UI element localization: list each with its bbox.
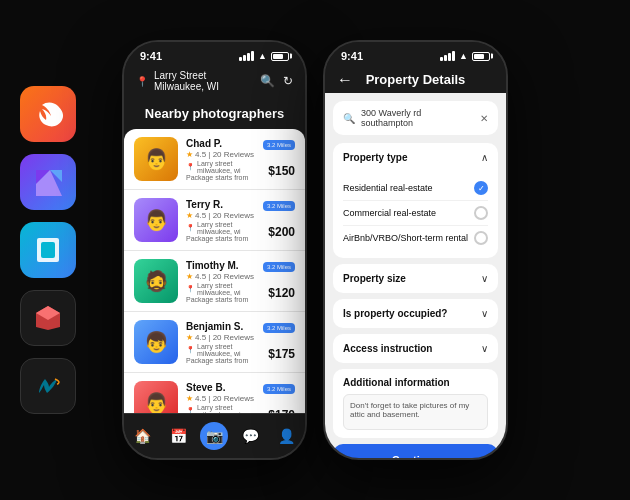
photographer-location: 📍 Larry street milwaukee, wi	[186, 404, 255, 414]
search-bar[interactable]: 🔍 300 Waverly rd southampton ✕	[333, 101, 498, 135]
photographer-price: $120	[268, 286, 295, 300]
radio-circle[interactable]	[474, 181, 488, 195]
photographer-name: Benjamin S.	[186, 321, 255, 332]
radio-option[interactable]: Commercial real-estate	[343, 201, 488, 226]
photographer-rating: ★ 4.5 | 20 Reviews	[186, 333, 255, 342]
radio-circle[interactable]	[474, 231, 488, 245]
phone2-content: 🔍 300 Waverly rd southampton ✕ Property …	[325, 93, 506, 458]
signal-icon	[239, 51, 254, 61]
additional-info-section: Additional information Don't forget to t…	[333, 369, 498, 438]
avatar: 👨	[134, 137, 178, 181]
phone2: 9:41 ▲ ← Property Details	[323, 40, 508, 460]
list-item[interactable]: 👨 Steve B. ★ 4.5 | 20 Reviews 📍 Larry st…	[124, 373, 305, 413]
chevron-down-icon: ∨	[481, 343, 488, 354]
access-instruction-header[interactable]: Access instruction ∨	[333, 334, 498, 363]
photographer-info: Terry R. ★ 4.5 | 20 Reviews 📍 Larry stre…	[186, 199, 255, 242]
location-pin-icon: 📍	[136, 76, 148, 87]
additional-info-text[interactable]: Don't forget to take pictures of my atti…	[343, 394, 488, 430]
is-occupied-header[interactable]: Is property occupied? ∨	[333, 299, 498, 328]
photographer-location: 📍 Larry street milwaukee, wi	[186, 160, 255, 174]
star-icon: ★	[186, 272, 193, 281]
phone2-status-icons: ▲	[440, 51, 490, 61]
photographer-info: Benjamin S. ★ 4.5 | 20 Reviews 📍 Larry s…	[186, 321, 255, 364]
avatar: 👨	[134, 381, 178, 413]
swift-icon[interactable]	[20, 86, 76, 142]
location-pin-icon: 📍	[186, 285, 195, 293]
phone1-time: 9:41	[140, 50, 162, 62]
phone2-title: Property Details	[366, 72, 466, 87]
search-clear-icon[interactable]: ✕	[480, 113, 488, 124]
nav-icon-4[interactable]: 👤	[273, 422, 301, 450]
refresh-icon[interactable]: ↻	[283, 74, 293, 88]
phones-container: 9:41 ▲ 📍 Larry Street Milwaukee, WI 🔍	[122, 40, 508, 460]
phone2-status-bar: 9:41 ▲	[325, 42, 506, 66]
package-text: Package starts from	[186, 174, 255, 181]
radio-label: AirBnb/VRBO/Short-term rental	[343, 233, 468, 243]
chevron-down-icon: ∨	[481, 273, 488, 284]
header-action-icons: 🔍 ↻	[260, 74, 293, 88]
avatar: 👨	[134, 198, 178, 242]
is-occupied-accordion[interactable]: Is property occupied? ∨	[333, 299, 498, 328]
property-size-header[interactable]: Property size ∨	[333, 264, 498, 293]
star-icon: ★	[186, 394, 193, 403]
property-size-label: Property size	[343, 273, 406, 284]
distance-badge: 3.2 Miles	[263, 323, 295, 333]
phone1-title: Nearby photographers	[124, 100, 305, 129]
photographer-location: 📍 Larry street milwaukee, wi	[186, 282, 255, 296]
list-item[interactable]: 👦 Benjamin S. ★ 4.5 | 20 Reviews 📍 Larry…	[124, 312, 305, 373]
phone2-header: ← Property Details	[325, 66, 506, 93]
back-button[interactable]: ←	[337, 71, 353, 89]
phone1-status-bar: 9:41 ▲	[124, 42, 305, 66]
phone1: 9:41 ▲ 📍 Larry Street Milwaukee, WI 🔍	[122, 40, 307, 460]
rating-text: 4.5 | 20 Reviews	[195, 333, 254, 342]
continue-button[interactable]: Continue	[333, 444, 498, 458]
phone2-time: 9:41	[341, 50, 363, 62]
photographer-name: Steve B.	[186, 382, 255, 393]
package-text: Package starts from	[186, 235, 255, 242]
laravel-icon[interactable]	[20, 290, 76, 346]
list-item[interactable]: 🧔 Timothy M. ★ 4.5 | 20 Reviews 📍 Larry …	[124, 251, 305, 312]
photographer-name: Chad P.	[186, 138, 255, 149]
trapezoid-icon[interactable]	[20, 222, 76, 278]
nav-icon-2[interactable]: 📷	[200, 422, 228, 450]
list-item[interactable]: 👨 Terry R. ★ 4.5 | 20 Reviews 📍 Larry st…	[124, 190, 305, 251]
rating-text: 4.5 | 20 Reviews	[195, 211, 254, 220]
nav-icon-3[interactable]: 💬	[237, 422, 265, 450]
location-pin-icon: 📍	[186, 346, 195, 354]
list-item[interactable]: 👨 Chad P. ★ 4.5 | 20 Reviews 📍 Larry str…	[124, 129, 305, 190]
package-text: Package starts from	[186, 296, 255, 303]
property-size-accordion[interactable]: Property size ∨	[333, 264, 498, 293]
photographer-rating: ★ 4.5 | 20 Reviews	[186, 272, 255, 281]
photographer-info: Chad P. ★ 4.5 | 20 Reviews 📍 Larry stree…	[186, 138, 255, 181]
search-address: 300 Waverly rd southampton	[361, 108, 474, 128]
nav-icon-1[interactable]: 📅	[164, 422, 192, 450]
photographer-name: Terry R.	[186, 199, 255, 210]
search-icon[interactable]: 🔍	[260, 74, 275, 88]
package-text: Package starts from	[186, 357, 255, 364]
photographer-price: $150	[268, 164, 295, 178]
additional-info-label: Additional information	[343, 377, 488, 388]
distance-badge: 3.2 Miles	[263, 262, 295, 272]
access-instruction-accordion[interactable]: Access instruction ∨	[333, 334, 498, 363]
rating-text: 4.5 | 20 Reviews	[195, 272, 254, 281]
location-pin-icon: 📍	[186, 224, 195, 232]
app-icons-panel	[20, 86, 76, 414]
radio-option[interactable]: Residential real-estate	[343, 176, 488, 201]
radio-option[interactable]: AirBnb/VRBO/Short-term rental	[343, 226, 488, 250]
access-instruction-label: Access instruction	[343, 343, 432, 354]
nav-icon-0[interactable]: 🏠	[128, 422, 156, 450]
photographer-location: 📍 Larry street milwaukee, wi	[186, 343, 255, 357]
rating-text: 4.5 | 20 Reviews	[195, 150, 254, 159]
svg-rect-4	[41, 242, 55, 258]
property-type-header[interactable]: Property type ∧	[333, 143, 498, 172]
mysql-icon[interactable]	[20, 358, 76, 414]
rating-text: 4.5 | 20 Reviews	[195, 394, 254, 403]
photographer-price: $200	[268, 225, 295, 239]
is-occupied-label: Is property occupied?	[343, 308, 447, 319]
avatar: 👦	[134, 320, 178, 364]
radio-circle[interactable]	[474, 206, 488, 220]
photographer-info: Steve B. ★ 4.5 | 20 Reviews 📍 Larry stre…	[186, 382, 255, 414]
distance-badge: 3.2 Miles	[263, 384, 295, 394]
property-type-accordion[interactable]: Property type ∧ Residential real-estate …	[333, 143, 498, 258]
kotlin-icon[interactable]	[20, 154, 76, 210]
